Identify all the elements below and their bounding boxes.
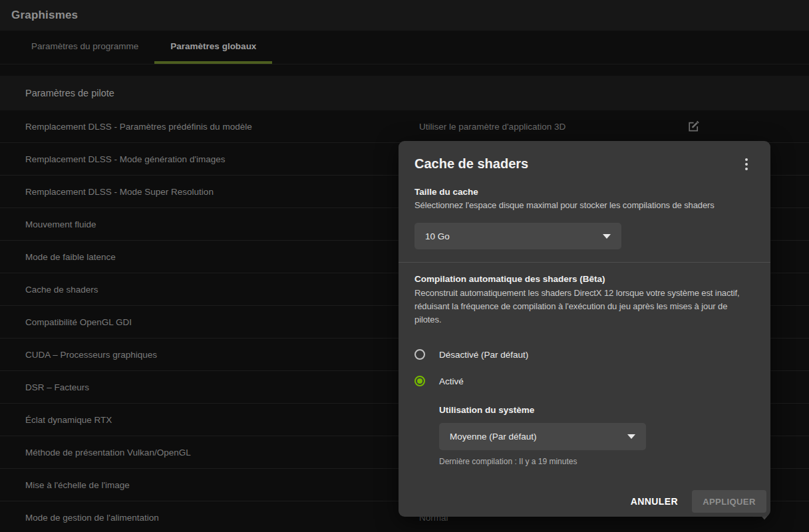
edit-icon[interactable]: [687, 120, 700, 133]
setting-name: Remplacement DLSS - Paramètres prédéfini…: [0, 122, 252, 132]
cache-size-value: 10 Go: [425, 231, 450, 241]
dialog-header: Cache de shaders: [414, 141, 754, 172]
setting-name: Remplacement DLSS - Mode Super Resolutio…: [0, 187, 214, 197]
system-usage-label: Utilisation du système: [439, 405, 754, 415]
auto-compile-description: Reconstruit automatiquement les shaders …: [414, 287, 754, 327]
radio-icon: [414, 376, 425, 386]
cancel-button[interactable]: ANNULER: [631, 496, 678, 507]
caret-down-icon: [603, 234, 611, 239]
section-header: Paramètres de pilote: [0, 76, 809, 110]
setting-name: CUDA – Processeurs graphiques: [0, 350, 157, 360]
tab-program-settings[interactable]: Paramètres du programme: [15, 31, 154, 64]
setting-name: Compatibilité OpenGL GDI: [0, 317, 132, 327]
graphics-settings-page: Graphismes Paramètres du programme Param…: [0, 0, 809, 532]
dialog-title: Cache de shaders: [414, 155, 528, 172]
dialog-footer: ANNULER APPLIQUER: [631, 490, 766, 513]
setting-name: Mouvement fluide: [0, 219, 96, 229]
tab-global-settings[interactable]: Paramètres globaux: [154, 31, 272, 64]
setting-name: DSR – Facteurs: [0, 382, 89, 392]
apply-button[interactable]: APPLIQUER: [692, 490, 766, 513]
settings-row[interactable]: Remplacement DLSS - Paramètres prédéfini…: [0, 110, 809, 143]
shader-cache-dialog: Cache de shaders Taille du cache Sélecti…: [399, 141, 770, 517]
last-compilation-status: Dernière compilation : Il y a 19 minutes: [439, 457, 754, 466]
radio-icon: [414, 349, 425, 360]
system-usage-value: Moyenne (Par défaut): [450, 432, 537, 442]
caret-down-icon: [627, 434, 635, 439]
cache-size-label: Taille du cache: [414, 187, 754, 197]
auto-compile-label: Compilation automatique des shaders (Bêt…: [414, 274, 754, 284]
setting-name: Cache de shaders: [0, 285, 98, 295]
page-header: Graphismes: [0, 0, 809, 31]
radio-option-enabled[interactable]: Activé: [414, 368, 754, 394]
page-title: Graphismes: [11, 9, 78, 22]
setting-name: Remplacement DLSS - Mode génération d'im…: [0, 154, 225, 164]
setting-name: Éclat dynamique RTX: [0, 415, 112, 425]
cache-size-description: Sélectionnez l'espace disque maximal pou…: [414, 199, 754, 211]
setting-name: Méthode de présentation Vulkan/OpenGL: [0, 448, 191, 458]
system-usage-select[interactable]: Moyenne (Par défaut): [439, 423, 646, 450]
radio-option-disabled[interactable]: Désactivé (Par défaut): [414, 341, 754, 368]
dialog-divider: [399, 262, 770, 263]
kebab-menu-icon[interactable]: [738, 156, 754, 172]
cache-size-select[interactable]: 10 Go: [414, 223, 621, 249]
setting-name: Mode de faible latence: [0, 252, 116, 262]
tab-bar: Paramètres du programme Paramètres globa…: [0, 31, 809, 65]
setting-name: Mode de gestion de l'alimentation: [0, 513, 159, 523]
system-usage-section: Utilisation du système Moyenne (Par défa…: [439, 405, 754, 466]
setting-value: Utiliser le paramètre d'application 3D: [419, 122, 566, 132]
auto-compile-radio-group: Désactivé (Par défaut) Activé Utilisatio…: [414, 341, 754, 466]
setting-name: Mise à l'échelle de l'image: [0, 480, 130, 490]
